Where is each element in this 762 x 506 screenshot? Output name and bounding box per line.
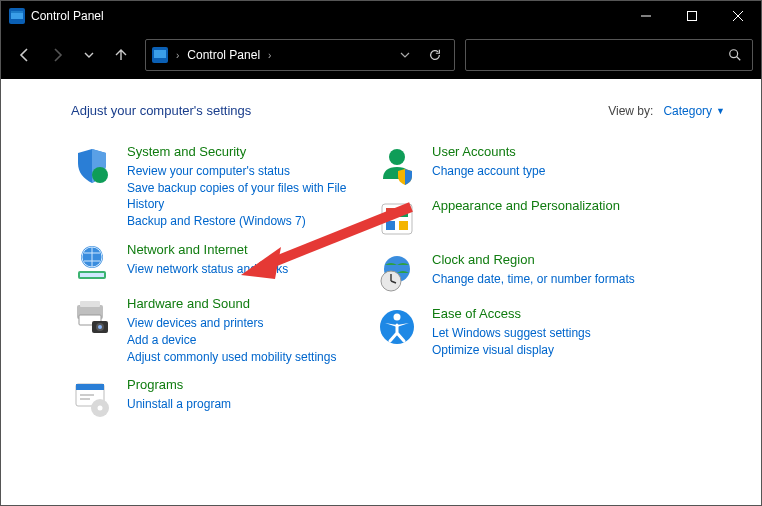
window-title: Control Panel [31, 9, 104, 23]
category-title[interactable]: Ease of Access [432, 306, 676, 323]
viewby-value: Category [663, 104, 712, 118]
category-ease-of-access: Ease of Access Let Windows suggest setti… [376, 304, 676, 360]
forward-button[interactable] [41, 39, 73, 71]
svg-rect-27 [386, 221, 395, 230]
control-panel-window: Control Panel [0, 0, 762, 506]
maximize-button[interactable] [669, 1, 715, 31]
up-button[interactable] [105, 39, 137, 71]
svg-point-7 [92, 167, 108, 183]
category-link[interactable]: Add a device [127, 332, 376, 349]
breadcrumb-chevron-icon[interactable]: › [174, 50, 181, 61]
close-button[interactable] [715, 1, 761, 31]
svg-rect-25 [386, 208, 395, 217]
svg-rect-10 [80, 273, 104, 277]
categories-grid: System and Security Review your computer… [71, 142, 725, 429]
minimize-button[interactable] [623, 1, 669, 31]
search-icon [728, 48, 742, 62]
category-link[interactable]: Let Windows suggest settings [432, 325, 676, 342]
content-area: Adjust your computer's settings View by:… [1, 79, 761, 505]
user-accounts-icon [376, 144, 418, 186]
refresh-button[interactable] [422, 48, 448, 62]
svg-point-16 [98, 325, 102, 329]
back-button[interactable] [9, 39, 41, 71]
clock-globe-icon [376, 252, 418, 294]
category-link[interactable]: View devices and printers [127, 315, 376, 332]
search-box[interactable] [465, 39, 753, 71]
breadcrumb-root[interactable]: Control Panel [187, 48, 260, 62]
breadcrumb-chevron-icon[interactable]: › [266, 50, 273, 61]
navbar: › Control Panel › [1, 31, 761, 79]
svg-rect-12 [80, 301, 100, 307]
category-system-security: System and Security Review your computer… [71, 142, 376, 232]
svg-rect-3 [688, 12, 697, 21]
address-bar[interactable]: › Control Panel › [145, 39, 455, 71]
control-panel-app-icon [9, 8, 25, 24]
category-clock-region: Clock and Region Change date, time, or n… [376, 250, 676, 296]
globe-network-icon [71, 242, 113, 284]
svg-rect-20 [80, 398, 90, 400]
viewby-container: View by: Category ▼ [608, 104, 725, 118]
category-title[interactable]: System and Security [127, 144, 376, 161]
category-link[interactable]: Save backup copies of your files with Fi… [127, 180, 376, 214]
address-dropdown-button[interactable] [394, 50, 416, 60]
viewby-dropdown[interactable]: Category ▼ [663, 104, 725, 118]
printer-camera-icon [71, 296, 113, 338]
content-header: Adjust your computer's settings View by:… [71, 103, 725, 118]
category-network-internet: Network and Internet View network status… [71, 240, 376, 286]
category-link[interactable]: Optimize visual display [432, 342, 676, 359]
category-title[interactable]: Clock and Region [432, 252, 676, 269]
svg-rect-19 [80, 394, 94, 396]
category-appearance: Appearance and Personalization [376, 196, 676, 242]
category-title[interactable]: Hardware and Sound [127, 296, 376, 313]
category-link[interactable]: Review your computer's status [127, 163, 376, 180]
svg-point-6 [730, 50, 738, 58]
control-panel-path-icon [152, 47, 168, 63]
category-link[interactable]: View network status and tasks [127, 261, 376, 278]
svg-point-23 [389, 149, 405, 165]
accessibility-icon [376, 306, 418, 348]
category-link[interactable]: Change account type [432, 163, 676, 180]
category-title[interactable]: Programs [127, 377, 376, 394]
appearance-tiles-icon [376, 198, 418, 240]
programs-disc-icon [71, 377, 113, 419]
svg-rect-2 [11, 11, 23, 13]
category-programs: Programs Uninstall a program [71, 375, 376, 421]
page-title: Adjust your computer's settings [71, 103, 251, 118]
category-title[interactable]: Network and Internet [127, 242, 376, 259]
search-input[interactable] [476, 47, 728, 63]
svg-rect-18 [76, 384, 104, 390]
shield-icon [71, 144, 113, 186]
category-link[interactable]: Adjust commonly used mobility settings [127, 349, 376, 366]
viewby-label: View by: [608, 104, 653, 118]
svg-rect-5 [154, 50, 166, 58]
svg-rect-28 [399, 221, 408, 230]
category-title[interactable]: User Accounts [432, 144, 676, 161]
category-user-accounts: User Accounts Change account type [376, 142, 676, 188]
svg-point-22 [98, 406, 103, 411]
svg-point-32 [394, 314, 401, 321]
category-link[interactable]: Backup and Restore (Windows 7) [127, 213, 376, 230]
recent-locations-button[interactable] [73, 39, 105, 71]
titlebar: Control Panel [1, 1, 761, 31]
chevron-down-icon: ▼ [716, 106, 725, 116]
category-title[interactable]: Appearance and Personalization [432, 198, 676, 215]
category-link[interactable]: Uninstall a program [127, 396, 376, 413]
svg-rect-26 [399, 208, 408, 217]
category-link[interactable]: Change date, time, or number formats [432, 271, 676, 288]
category-hardware-sound: Hardware and Sound View devices and prin… [71, 294, 376, 367]
